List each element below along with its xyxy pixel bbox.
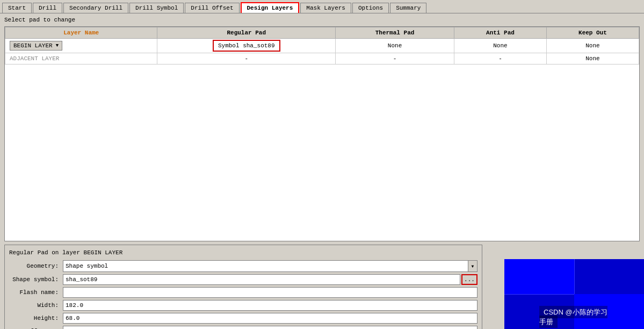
tab-secondary-drill[interactable]: Secondary Drill — [63, 3, 128, 13]
shape-symbol-row: Shape symbol: ... — [9, 274, 477, 285]
width-row: Width: — [9, 300, 477, 311]
geometry-select-wrapper: Shape symbol ▼ — [63, 260, 477, 272]
thermal-pad-cell-begin: None — [336, 39, 454, 53]
tab-design-layers[interactable]: Design Layers — [241, 2, 300, 13]
tab-start[interactable]: Start — [2, 3, 32, 13]
flash-name-input[interactable] — [63, 287, 477, 298]
select-pad-label: Select pad to change — [4, 17, 640, 23]
begin-layer-label: BEGIN LAYER — [13, 42, 53, 49]
tab-drill-symbol[interactable]: Drill Symbol — [129, 3, 184, 13]
flash-name-row: Flash name: — [9, 287, 477, 298]
dropdown-arrow-icon: ▼ — [472, 264, 474, 269]
begin-layer-cell[interactable]: BEGIN LAYER ▼ — [5, 39, 157, 53]
anti-pad-cell-adjacent: - — [454, 53, 546, 65]
csdn-watermark: CSDN @小陈的学习手册 — [504, 259, 644, 329]
geometry-row: Geometry: Shape symbol ▼ — [9, 260, 477, 272]
keep-out-cell-begin: None — [546, 39, 639, 53]
tab-drill-offset[interactable]: Drill Offset — [185, 3, 239, 13]
csdn-label: CSDN @小陈的学习手册 — [539, 306, 607, 328]
regular-pad-cell-adjacent: - — [157, 53, 336, 65]
offset-x-input[interactable] — [63, 326, 477, 329]
begin-layer-button[interactable]: BEGIN LAYER ▼ — [10, 41, 62, 51]
regular-pad-value-begin: Symbol sha_sot89 — [213, 40, 280, 52]
flash-name-label: Flash name: — [9, 289, 63, 296]
layer-table: Layer Name Regular Pad Thermal Pad Anti … — [5, 27, 639, 65]
layer-table-panel: Layer Name Regular Pad Thermal Pad Anti … — [4, 26, 640, 241]
regular-pad-cell-begin[interactable]: Symbol sha_sot89 — [157, 39, 336, 53]
tab-options[interactable]: Options — [352, 3, 389, 13]
bottom-panel: Regular Pad on layer BEGIN LAYER Geometr… — [4, 245, 482, 329]
geometry-select[interactable]: Shape symbol — [63, 260, 477, 272]
tab-mask-layers[interactable]: Mask Layers — [300, 3, 351, 13]
width-label: Width: — [9, 302, 63, 309]
tab-bar: Start Drill Secondary Drill Drill Symbol… — [0, 0, 644, 13]
height-input[interactable] — [63, 313, 477, 324]
geometry-label: Geometry: — [9, 263, 63, 269]
keep-out-cell-adjacent: None — [546, 53, 639, 65]
height-label: Height: — [9, 315, 63, 321]
offset-x-row: Offset x: — [9, 326, 477, 329]
bottom-panel-title: Regular Pad on layer BEGIN LAYER — [9, 249, 477, 256]
shape-symbol-input[interactable] — [63, 274, 460, 285]
adjacent-layer-cell: ADJACENT LAYER — [5, 53, 157, 65]
col-header-thermal-pad: Thermal Pad — [336, 27, 454, 39]
table-row[interactable]: BEGIN LAYER ▼ Symbol sha_sot89 None None… — [5, 39, 639, 53]
width-input[interactable] — [63, 300, 477, 311]
anti-pad-cell-begin: None — [454, 39, 546, 53]
col-header-anti-pad: Anti Pad — [454, 27, 546, 39]
tab-summary[interactable]: Summary — [390, 3, 426, 13]
browse-button[interactable]: ... — [461, 274, 477, 285]
col-header-regular-pad: Regular Pad — [157, 27, 336, 39]
col-header-layer-name: Layer Name — [5, 27, 157, 39]
col-header-keep-out: Keep Out — [546, 27, 639, 39]
shape-symbol-label: Shape symbol: — [9, 276, 63, 283]
tab-drill[interactable]: Drill — [33, 3, 62, 13]
table-row[interactable]: ADJACENT LAYER - - - None — [5, 53, 639, 65]
thermal-pad-cell-adjacent: - — [336, 53, 454, 65]
height-row: Height: — [9, 313, 477, 324]
dropdown-arrow-icon: ▼ — [56, 43, 59, 48]
geometry-dropdown-button[interactable]: ▼ — [468, 260, 477, 272]
